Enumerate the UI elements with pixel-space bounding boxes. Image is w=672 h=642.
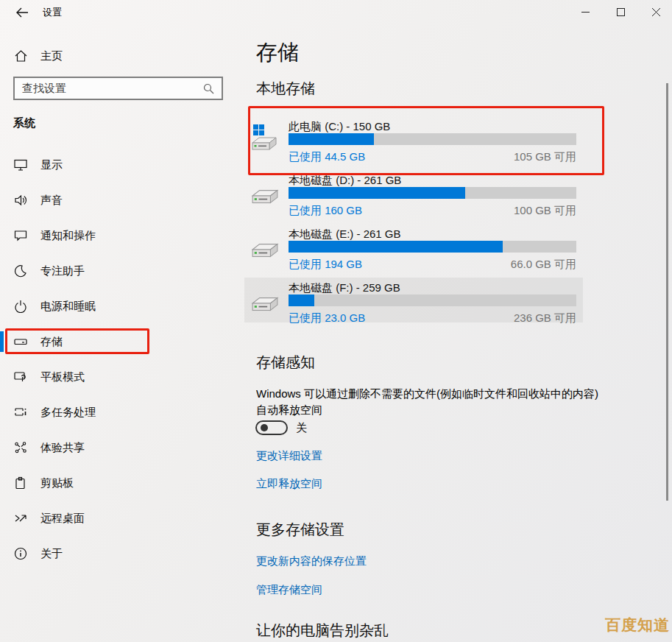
manage-storage-spaces-link[interactable]: 管理存储空间 xyxy=(256,583,322,597)
window-title: 设置 xyxy=(43,6,62,19)
windows-drive-icon xyxy=(251,124,279,151)
sidebar-item-label: 通知和操作 xyxy=(40,229,96,243)
free-space-now-link[interactable]: 立即释放空间 xyxy=(256,477,322,491)
close-button[interactable] xyxy=(639,0,672,24)
drive-name: 此电脑 (C:) - 150 GB xyxy=(289,120,390,134)
drive-free-label: 100 GB 可用 xyxy=(289,204,576,218)
sidebar-item-home[interactable]: 主页 xyxy=(0,43,236,69)
toggle-state-label: 关 xyxy=(296,421,307,435)
about-icon xyxy=(14,547,27,560)
drive-row-d[interactable]: 本地磁盘 (D:) - 261 GB 已使用 160 GB 100 GB 可用 xyxy=(251,174,576,216)
shared-experiences-icon xyxy=(14,441,27,454)
sidebar-item-label: 剪贴板 xyxy=(40,476,74,490)
toggle-knob xyxy=(261,424,268,431)
sidebar-section-system: 系统 xyxy=(13,116,35,130)
more-storage-header: 更多存储设置 xyxy=(256,520,344,540)
display-icon xyxy=(14,158,27,172)
notifications-icon xyxy=(14,229,27,242)
sidebar-home-label: 主页 xyxy=(40,49,63,63)
settings-window: 设置 主页 查找设置 系统 显示 声音 xyxy=(0,0,672,642)
tablet-mode-icon xyxy=(14,370,27,384)
sidebar-item-label: 电源和睡眠 xyxy=(40,300,96,314)
drive-usage-fill xyxy=(289,294,314,306)
sidebar-item-remote-desktop[interactable]: 远程桌面 xyxy=(0,501,236,536)
sidebar-item-multitasking[interactable]: 多任务处理 xyxy=(0,395,236,430)
declutter-header: 让你的电脑告别杂乱 xyxy=(256,621,389,641)
storage-icon xyxy=(14,335,27,348)
drive-usage-bar xyxy=(289,187,576,199)
drive-usage-bar xyxy=(289,241,576,253)
sidebar-item-label: 平板模式 xyxy=(40,370,85,384)
maximize-icon xyxy=(617,8,625,16)
sidebar-item-label: 远程桌面 xyxy=(40,512,85,526)
drive-row-e[interactable]: 本地磁盘 (E:) - 261 GB 已使用 194 GB 66.0 GB 可用 xyxy=(251,227,576,270)
sidebar-item-label: 存储 xyxy=(40,335,63,349)
sidebar-item-label: 专注助手 xyxy=(40,264,85,278)
back-arrow-icon xyxy=(15,7,29,18)
selected-item-accent-bar xyxy=(0,331,4,352)
sidebar-item-display[interactable]: 显示 xyxy=(0,147,236,183)
search-placeholder: 查找设置 xyxy=(22,82,203,96)
multitasking-icon xyxy=(14,406,27,419)
drive-icon xyxy=(251,236,279,263)
drive-icon xyxy=(251,183,279,209)
watermark: 百度知道 xyxy=(605,615,670,635)
drive-name: 本地磁盘 (E:) - 261 GB xyxy=(289,227,401,241)
drive-free-label: 66.0 GB 可用 xyxy=(289,258,576,272)
scrollbar-thumb[interactable] xyxy=(666,83,668,501)
drive-free-label: 105 GB 可用 xyxy=(289,150,576,164)
sidebar-item-label: 关于 xyxy=(40,547,63,561)
back-button[interactable] xyxy=(10,3,34,22)
sidebar-item-storage[interactable]: 存储 xyxy=(0,324,236,359)
drive-usage-fill xyxy=(289,241,503,253)
remote-desktop-icon xyxy=(14,512,27,525)
drive-icon xyxy=(251,290,279,317)
drive-name: 本地磁盘 (F:) - 259 GB xyxy=(289,281,400,295)
search-input[interactable]: 查找设置 xyxy=(13,77,223,100)
storage-sense-description-line2: 自动释放空间 xyxy=(256,403,322,417)
drive-usage-bar xyxy=(289,294,576,306)
sidebar-item-shared-experiences[interactable]: 体验共享 xyxy=(0,430,236,465)
sidebar-item-tablet-mode[interactable]: 平板模式 xyxy=(0,359,236,395)
drive-name: 本地磁盘 (D:) - 261 GB xyxy=(289,174,401,188)
sidebar-item-label: 体验共享 xyxy=(40,441,85,455)
sidebar-item-notifications[interactable]: 通知和操作 xyxy=(0,218,236,253)
minimize-button[interactable] xyxy=(568,0,602,24)
drive-usage-fill xyxy=(289,133,374,145)
storage-sense-toggle[interactable] xyxy=(255,420,288,435)
drive-usage-bar xyxy=(289,133,576,145)
page-title: 存储 xyxy=(256,38,299,68)
power-icon xyxy=(14,300,27,313)
sidebar-item-label: 多任务处理 xyxy=(40,406,96,420)
sidebar-item-focus-assist[interactable]: 专注助手 xyxy=(0,253,236,289)
drive-usage-fill xyxy=(289,187,465,199)
sound-icon xyxy=(14,194,27,207)
change-details-link[interactable]: 更改详细设置 xyxy=(256,449,322,463)
sidebar-item-clipboard[interactable]: 剪贴板 xyxy=(0,465,236,501)
local-storage-header: 本地存储 xyxy=(256,79,315,99)
sidebar-item-power[interactable]: 电源和睡眠 xyxy=(0,289,236,324)
storage-sense-header: 存储感知 xyxy=(256,353,315,373)
sidebar-item-label: 声音 xyxy=(40,194,63,208)
drive-row-c[interactable]: 此电脑 (C:) - 150 GB 已使用 44.5 GB 105 GB 可用 xyxy=(251,120,576,163)
clipboard-icon xyxy=(14,476,27,490)
sidebar-item-sound[interactable]: 声音 xyxy=(0,183,236,218)
change-save-location-link[interactable]: 更改新内容的保存位置 xyxy=(256,554,367,568)
drive-row-f[interactable]: 本地磁盘 (F:) - 259 GB 已使用 23.0 GB 236 GB 可用 xyxy=(251,281,576,324)
drive-free-label: 236 GB 可用 xyxy=(289,311,576,325)
sidebar-item-about[interactable]: 关于 xyxy=(0,536,236,571)
minimize-icon xyxy=(581,8,590,16)
maximize-button[interactable] xyxy=(604,0,637,24)
focus-assist-icon xyxy=(14,264,27,278)
search-icon xyxy=(203,83,214,94)
storage-sense-description-line1: Windows 可以通过删除不需要的文件(例如临时文件和回收站中的内容) xyxy=(256,387,598,401)
home-icon xyxy=(15,50,27,62)
sidebar-item-label: 显示 xyxy=(40,158,63,172)
close-icon xyxy=(652,8,660,16)
drive-icon xyxy=(251,135,277,151)
